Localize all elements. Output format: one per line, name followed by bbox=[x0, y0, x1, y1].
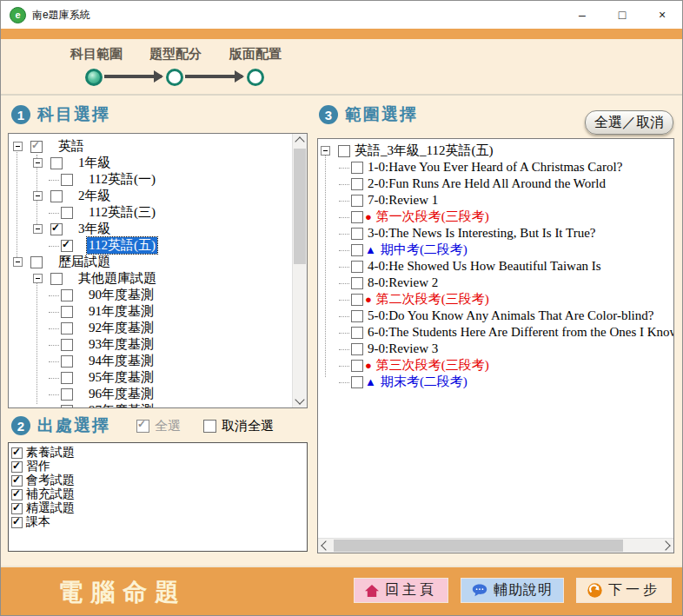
expand-toggle-icon[interactable] bbox=[13, 142, 23, 151]
tree-item-label[interactable]: 97年度基測 bbox=[87, 402, 156, 408]
tree-row[interactable]: 英語 bbox=[9, 138, 307, 155]
step-circle-2[interactable] bbox=[166, 69, 183, 86]
tree-row[interactable]: ▲期中考(二段考) bbox=[318, 242, 673, 258]
maximize-button[interactable]: □ bbox=[602, 1, 642, 29]
source-item[interactable]: 課本 bbox=[9, 515, 307, 529]
tree-item-label[interactable]: 95年度基測 bbox=[87, 369, 156, 386]
expand-toggle-icon[interactable] bbox=[321, 146, 330, 156]
step-circle-1[interactable] bbox=[85, 69, 103, 86]
checkbox[interactable] bbox=[351, 162, 363, 174]
checkbox[interactable] bbox=[61, 339, 73, 351]
tree-item-label[interactable]: 92年度基測 bbox=[87, 320, 156, 336]
source-item[interactable]: 習作 bbox=[9, 460, 307, 474]
tree-item-label[interactable]: 2-0:Fun Runs Are Held All Around the Wor… bbox=[366, 176, 607, 191]
vertical-scrollbar[interactable] bbox=[292, 134, 307, 407]
checkbox[interactable] bbox=[61, 388, 73, 401]
scroll-right-icon[interactable] bbox=[660, 540, 670, 550]
checkbox[interactable] bbox=[351, 244, 363, 256]
minimize-button[interactable]: – bbox=[562, 1, 602, 29]
checkbox[interactable] bbox=[351, 228, 363, 240]
tree-item-label[interactable]: 4-0:He Showed Us How Beautiful Taiwan Is bbox=[366, 259, 603, 274]
checkbox[interactable] bbox=[61, 405, 73, 409]
checkbox[interactable] bbox=[61, 174, 73, 186]
tree-item-label[interactable]: 1年級 bbox=[76, 155, 113, 171]
tree-item-label[interactable]: 英語 bbox=[56, 138, 86, 155]
tree-row[interactable]: 1年級 bbox=[9, 155, 307, 171]
tree-row[interactable]: 112英語(一) bbox=[9, 171, 307, 188]
checkbox[interactable] bbox=[50, 157, 63, 169]
checkbox[interactable] bbox=[11, 461, 23, 473]
checkbox[interactable] bbox=[351, 211, 363, 223]
tree-item-label[interactable]: 93年度基測 bbox=[87, 336, 156, 353]
checkbox[interactable] bbox=[30, 141, 43, 153]
tree-row[interactable]: 2年級 bbox=[9, 188, 307, 204]
tree-item-label[interactable]: 9-0:Review 3 bbox=[366, 341, 440, 356]
checkbox[interactable] bbox=[351, 261, 363, 273]
deselect-all-checkbox[interactable] bbox=[203, 420, 216, 433]
tree-item-label[interactable]: 3年級 bbox=[76, 221, 113, 237]
checkbox[interactable] bbox=[351, 343, 363, 355]
checkbox[interactable] bbox=[351, 360, 363, 372]
checkbox[interactable] bbox=[11, 503, 23, 514]
tree-item-label[interactable]: 第一次段考(三段考) bbox=[375, 209, 491, 225]
checkbox[interactable] bbox=[351, 310, 363, 322]
select-all-toggle-button[interactable]: 全選／取消 bbox=[585, 110, 673, 135]
checkbox[interactable] bbox=[61, 240, 73, 252]
home-button[interactable]: 回主頁 bbox=[354, 578, 448, 603]
tree-row[interactable]: 112英語(五) bbox=[9, 237, 307, 254]
checkbox[interactable] bbox=[351, 294, 363, 306]
tree-row[interactable]: ●第二次段考(三段考) bbox=[318, 291, 673, 308]
checkbox[interactable] bbox=[61, 372, 73, 384]
checkbox[interactable] bbox=[11, 447, 23, 459]
tree-row[interactable]: 3-0:The News Is Interesting, But Is It T… bbox=[318, 225, 673, 242]
tree-row[interactable]: 96年度基測 bbox=[9, 386, 307, 402]
checkbox[interactable] bbox=[351, 376, 363, 388]
expand-toggle-icon[interactable] bbox=[33, 224, 43, 234]
checkbox[interactable] bbox=[11, 517, 23, 528]
help-button[interactable]: 輔助說明 bbox=[461, 578, 564, 603]
scroll-left-icon[interactable] bbox=[321, 540, 330, 550]
deselect-all-option[interactable]: 取消全選 bbox=[203, 418, 274, 434]
tree-item-label[interactable]: 第二次段考(三段考) bbox=[375, 291, 491, 308]
scrollbar-thumb[interactable] bbox=[334, 540, 623, 552]
select-all-checkbox[interactable] bbox=[136, 420, 149, 433]
tree-item-label[interactable]: 其他題庫試題 bbox=[76, 270, 158, 287]
horizontal-scrollbar[interactable] bbox=[318, 538, 673, 553]
tree-row[interactable]: 英語_3年級_112英語(五) bbox=[318, 142, 673, 159]
tree-row[interactable]: 92年度基測 bbox=[9, 320, 307, 336]
tree-item-label[interactable]: 96年度基測 bbox=[87, 386, 156, 402]
tree-row[interactable]: ●第三次段考(三段考) bbox=[318, 357, 673, 374]
tree-row[interactable]: ▲期末考(二段考) bbox=[318, 374, 673, 390]
tree-item-label[interactable]: 91年度基測 bbox=[87, 303, 156, 320]
tree-item-label[interactable]: 3-0:The News Is Interesting, But Is It T… bbox=[366, 226, 597, 241]
tree-row[interactable]: 8-0:Review 2 bbox=[318, 275, 673, 291]
tree-item-label[interactable]: 112英語(一) bbox=[87, 171, 157, 188]
expand-toggle-icon[interactable] bbox=[33, 191, 43, 201]
source-item[interactable]: 素養試題 bbox=[9, 446, 307, 460]
scroll-up-icon[interactable] bbox=[295, 136, 304, 146]
checkbox[interactable] bbox=[30, 256, 43, 268]
checkbox[interactable] bbox=[61, 355, 73, 368]
checkbox[interactable] bbox=[338, 145, 350, 157]
tree-row[interactable]: 94年度基測 bbox=[9, 353, 307, 369]
select-all-option[interactable]: 全選 bbox=[136, 418, 181, 434]
tree-row[interactable]: 93年度基測 bbox=[9, 336, 307, 353]
checkbox[interactable] bbox=[61, 306, 73, 318]
checkbox[interactable] bbox=[61, 322, 73, 334]
tree-item-label[interactable]: 7-0:Review 1 bbox=[366, 193, 440, 208]
checkbox[interactable] bbox=[11, 489, 23, 500]
checkbox[interactable] bbox=[61, 207, 73, 219]
tree-row[interactable]: 3年級 bbox=[9, 221, 307, 237]
tree-row[interactable]: 2-0:Fun Runs Are Held All Around the Wor… bbox=[318, 176, 673, 192]
tree-row[interactable]: 歷屆試題 bbox=[9, 254, 307, 270]
tree-row[interactable]: 其他題庫試題 bbox=[9, 270, 307, 287]
tree-item-label[interactable]: 5-0:Do You Know Any Animals That Are Col… bbox=[366, 308, 655, 323]
source-item[interactable]: 精選試題 bbox=[9, 501, 307, 515]
scrollbar-thumb[interactable] bbox=[294, 149, 306, 264]
tree-item-label[interactable]: 112英語(五) bbox=[87, 237, 157, 254]
tree-item-label[interactable]: 1-0:Have You Ever Heard of A Christmas C… bbox=[366, 160, 624, 175]
checkbox[interactable] bbox=[50, 190, 63, 202]
expand-toggle-icon[interactable] bbox=[13, 257, 23, 267]
tree-item-label[interactable]: 第三次段考(三段考) bbox=[375, 357, 491, 374]
tree-row[interactable]: 1-0:Have You Ever Heard of A Christmas C… bbox=[318, 159, 673, 176]
